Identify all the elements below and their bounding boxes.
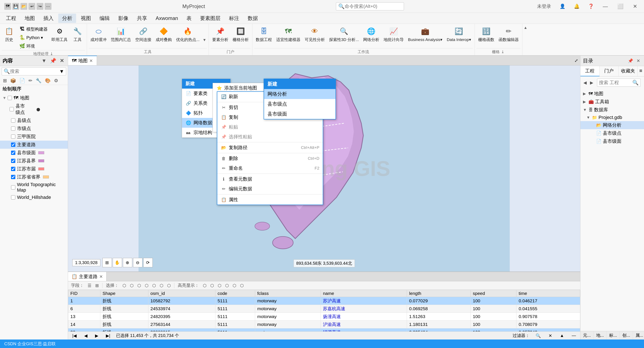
ribbon-raster-fn[interactable]: 🔢 栅格函数 [476, 25, 496, 43]
ribbon-raster-analysis[interactable]: 🔲 栅格分析 [231, 25, 250, 43]
footer-filter-up[interactable]: ▲ [558, 333, 566, 339]
right-search-input[interactable] [599, 80, 632, 85]
ribbon-geostat[interactable]: 📈 地统计向导 [382, 25, 406, 43]
tbl-hl-btn6[interactable]: ⬡ [239, 283, 245, 289]
raster-expand[interactable]: ⤓ [501, 49, 505, 54]
menu-yaosutuceng[interactable]: 要素图层 [196, 13, 224, 23]
table-row[interactable]: 1折线105827925111motorway苏沪高速0.0770291000.… [68, 297, 580, 305]
tbl-select-btn1[interactable]: ⬡ [121, 283, 127, 289]
ctx-edit-meta[interactable]: ✏ 编辑元数据 [217, 184, 323, 194]
footer-nav-next[interactable]: ▶ [93, 333, 100, 339]
layer-tool-4[interactable]: ✏ [27, 77, 34, 84]
tbl-hl-btn2[interactable]: ⬡ [209, 283, 215, 289]
layer-item-map[interactable]: ▼ 🗺 地图 [0, 94, 68, 102]
ribbon-fn-editor[interactable]: ✏ 函数编辑器 [497, 25, 520, 43]
ctx-delete[interactable]: 🗑 删除 Ctrl+D [217, 154, 323, 163]
expand-icon[interactable]: ▼ [2, 96, 6, 100]
tbl-field-btn2[interactable]: ⊞ [94, 283, 100, 289]
menu-axwoman[interactable]: Axwoman [152, 14, 182, 22]
right-tab-portal[interactable]: 门户 [600, 66, 619, 76]
layer-search-input[interactable] [10, 69, 59, 74]
tree-county-city-face[interactable]: 📄 县市级面 [580, 137, 644, 145]
rotate-btn[interactable]: ⟳ [143, 258, 153, 267]
layer-checkbox-map[interactable] [8, 96, 12, 100]
layer-tool-6[interactable]: 🎨 [44, 77, 52, 84]
tree-expand-map[interactable]: ▶ [583, 91, 587, 96]
layer-checkbox-jiangsu-county[interactable] [11, 159, 15, 163]
command-search-input[interactable] [345, 3, 402, 9]
layer-tool-3[interactable]: 📄 [18, 77, 26, 84]
tbl-select-btn7[interactable]: ⬡ [166, 283, 172, 289]
ctx-copy-path[interactable]: 📂 复制路径 Ctrl+Alt+P [217, 143, 323, 153]
tbl-select-btn5[interactable]: ⬡ [151, 283, 157, 289]
table-row[interactable]: 13折线248203955111motorway扬潼高速1.512631000.… [68, 313, 580, 321]
ribbon-3d[interactable]: 🔍 探索性3D 分析... [328, 25, 360, 43]
ribbon-hotspot[interactable]: 🔥 优化的热点... [174, 25, 201, 43]
tbl-hl-btn1[interactable]: ⬡ [202, 283, 208, 289]
menu-biaozhu[interactable]: 标注 [225, 13, 243, 23]
layer-checkbox-road[interactable] [11, 143, 15, 147]
menu-fenxi[interactable]: 分析 [58, 13, 76, 23]
layer-item-jiangsu-prov[interactable]: 江苏省省界 [0, 173, 68, 181]
layer-item-county-face[interactable]: 县市级面 [0, 149, 68, 157]
undo-icon[interactable]: ↩ [28, 3, 35, 10]
ribbon-visibility[interactable]: 👁 可见性分析 [303, 25, 326, 43]
ctx-paste[interactable]: 📌 粘贴 [217, 122, 323, 132]
sub-ctx-network[interactable]: 网络分析 [264, 89, 336, 99]
menu-shuju[interactable]: 数据 [244, 13, 262, 23]
layer-tool-7[interactable]: ⚙ [53, 77, 60, 84]
table-row[interactable]: 14折线275631445111motorway沪渝高速1.1801311000… [68, 321, 580, 329]
zoom-in-btn[interactable]: ⊕ [123, 258, 132, 267]
th-osm-id[interactable]: osm_id [148, 290, 216, 297]
more-icon[interactable]: ⋯ [45, 3, 52, 10]
menu-charu[interactable]: 插入 [40, 13, 58, 23]
menu-shitu[interactable]: 视图 [77, 13, 95, 23]
tree-expand-db[interactable]: ▼ [583, 108, 587, 112]
rbt-attr[interactable]: 属... [633, 331, 644, 340]
layer-checkbox-world-hillshade[interactable] [11, 195, 15, 200]
menu-yingxiang[interactable]: 影像 [114, 13, 132, 23]
panel-pin-icon[interactable]: 📌 [49, 57, 58, 64]
panel-close-icon[interactable]: ✕ [58, 57, 65, 64]
ribbon-summary[interactable]: 📊 范围内汇总 [109, 25, 133, 43]
tree-expand-toolbox[interactable]: ▶ [583, 99, 587, 104]
search-dropdown-icon[interactable]: ▼ [59, 68, 64, 74]
th-speed[interactable]: speed [470, 290, 516, 297]
open-icon[interactable]: 📂 [20, 3, 27, 10]
tree-project-gdb[interactable]: ▼ 📁 Project.gdb [580, 114, 644, 121]
layer-checkbox-city-pt[interactable] [11, 126, 15, 131]
th-time[interactable]: time [516, 290, 580, 297]
ribbon-env[interactable]: 🌿 环境 [18, 42, 49, 50]
layer-item-county-city-point[interactable]: 县市级点 [0, 102, 68, 116]
rbt-create[interactable]: 创... [620, 331, 633, 340]
user-icon[interactable]: 👤 [558, 3, 568, 10]
tree-database[interactable]: ▼ 🗄 数据库 [580, 106, 644, 114]
layer-item-county-point[interactable]: 县级点 [0, 116, 68, 124]
ribbon-data-eng[interactable]: 🗄 数据工程 [254, 25, 274, 43]
zoom-out-btn[interactable]: ⊖ [133, 258, 142, 267]
map-expand-icon[interactable]: ⤢ [574, 58, 578, 63]
layer-search-bar[interactable]: 🔍 ▼ [2, 67, 66, 75]
th-fclass[interactable]: fclass [255, 290, 320, 297]
tree-network-analysis[interactable]: 📂 网络分析 [580, 121, 644, 129]
table-row[interactable]: 6折线245339745111motorway苏嘉杭高速0.0692581000… [68, 305, 580, 313]
scale-box[interactable]: 1:3,300,928 [72, 259, 100, 266]
th-code[interactable]: code [216, 290, 255, 297]
ribbon-business-analysis[interactable]: 💼 Business Analysis▾ [406, 25, 444, 43]
tree-toolbox[interactable]: ▶ 🧰 工具箱 [580, 98, 644, 106]
layer-item-world-topo[interactable]: World Topographic Map [0, 181, 68, 194]
layer-item-hospital[interactable]: 三甲医院 [0, 133, 68, 141]
table-tab-road[interactable]: 📋 主要道路 ✕ [68, 272, 106, 281]
ribbon-spatial-join[interactable]: 🔗 空间连接 [134, 25, 153, 43]
ribbon-tools[interactable]: ⚙ 即用工具 [50, 25, 69, 43]
notification-icon[interactable]: 🔔 [572, 3, 582, 10]
ribbon-buffer[interactable]: ⬭ 成对缓冲 [89, 25, 108, 43]
layer-item-jiangsu-county[interactable]: 江苏县界 [0, 157, 68, 165]
footer-filter-btn[interactable]: 🔍 [534, 333, 542, 339]
minimize-button[interactable]: — [600, 2, 610, 10]
tree-county-city-pt[interactable]: 📄 县市级点 [580, 129, 644, 137]
tbl-select-btn6[interactable]: ⬡ [158, 283, 164, 289]
layer-item-city-point[interactable]: 市级点 [0, 124, 68, 133]
login-label[interactable]: 未登录 [535, 2, 553, 10]
ribbon-lishi[interactable]: 📋 历史 [2, 25, 16, 43]
